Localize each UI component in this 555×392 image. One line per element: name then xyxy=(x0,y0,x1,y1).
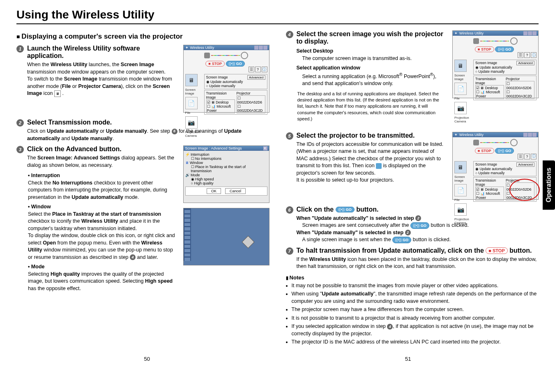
wireless-utility-window-figure: ✦Wireless Utility STOP GO ☰?ⓘ 🖥 xyxy=(183,45,269,113)
fig-go-button: GO xyxy=(226,61,245,67)
note-item: When using "Update automatically", the t… xyxy=(292,291,539,305)
notes-heading: Notes xyxy=(286,274,539,281)
fig-tab-file: 📄 xyxy=(185,97,198,109)
page-title: Using the Wireless Utility xyxy=(16,8,539,24)
step-7-title: To halt transmission from Update automat… xyxy=(297,247,539,254)
bullet-mode: Mode xyxy=(28,263,177,271)
step-5: 5 Select the projector to be transmitted… xyxy=(286,132,447,184)
fig-tab-screen-image: 🖥 xyxy=(185,74,198,86)
step-icon-1: 1 xyxy=(16,45,24,53)
bullet-interruption: Interruption xyxy=(28,172,177,180)
step-icon-3: 3 xyxy=(16,146,24,153)
step-icon-5: 5 xyxy=(286,132,293,140)
page-numbers: 50 51 xyxy=(16,356,539,362)
wireless-utility-window-figure-2: ✦Wireless Utility STOP GO ☰?ⓘ 🖥 xyxy=(452,30,539,98)
step-icon-6: 6 xyxy=(286,206,293,214)
step-icon-7: 7 xyxy=(286,247,293,255)
page-number-left: 50 xyxy=(16,356,278,362)
step-2-body: Click on Update automatically or Update … xyxy=(27,128,269,142)
step-icon-2: 2 xyxy=(16,119,24,127)
help-icon: ? xyxy=(255,67,261,72)
step-3-title: Click on the Advanced button. xyxy=(27,145,177,153)
advanced-settings-dialog-figure: Screen Image : Advanced Settings✕ ⚡ Inte… xyxy=(183,145,269,203)
screen-image-icon: 🖥 xyxy=(54,90,61,97)
step-ref-4b: 4 xyxy=(387,324,393,330)
step-ref-6: 6 xyxy=(172,129,177,134)
step-3: 3 Click on the Advanced button. The Scre… xyxy=(16,145,177,169)
note-item: It may not be possible to transmit the i… xyxy=(292,282,539,290)
stop-button-inline: STOP xyxy=(486,247,507,254)
notes-list: It may not be possible to transmit the i… xyxy=(286,282,539,346)
step-1: 1 Launch the Wireless Utility software a… xyxy=(16,45,177,97)
step-4: 4 Select the screen image you wish the p… xyxy=(286,30,447,88)
step-1-body: When the Wireless Utility launches, the … xyxy=(27,61,177,97)
step-ref-4a: 4 xyxy=(130,254,136,260)
step-2: 2 Select Transmission mode. Click on Upd… xyxy=(16,119,269,142)
projector-ready-icon xyxy=(376,163,382,169)
desktop-tasktray-figure xyxy=(183,208,269,265)
note-item: If you selected application window in st… xyxy=(292,323,539,337)
step-1-title: Launch the Wireless Utility software app… xyxy=(27,45,177,60)
select-desktop-heading: Select Desktop xyxy=(297,48,447,55)
step-7: 7 To halt transmission from Update autom… xyxy=(286,247,539,270)
step-icon-4: 4 xyxy=(286,31,293,38)
step-3-body: The Screen Image: Advanced Settings dial… xyxy=(27,154,177,169)
info-icon: ⓘ xyxy=(262,67,267,72)
wireless-utility-tray-icon xyxy=(242,235,254,248)
note-item: The projector screen may have a few diff… xyxy=(292,306,539,314)
step-4-small-text: The desktop and a list of running applic… xyxy=(286,91,447,122)
bullet-window: Window xyxy=(28,203,177,211)
left-page: Displaying a computer's screen via the p… xyxy=(16,30,269,348)
fig-cancel-button: Cancel xyxy=(225,188,246,194)
fig-window-title: Wireless Utility xyxy=(190,46,214,50)
step-5-body: The IDs of projectors accessible for com… xyxy=(297,141,447,184)
go-button-inline: GO xyxy=(336,207,355,212)
select-app-heading: Select application window xyxy=(297,65,447,72)
section-heading: Displaying a computer's screen via the p… xyxy=(16,32,269,41)
right-page: 4 Select the screen image you wish the p… xyxy=(286,30,539,348)
note-item: It is not possible to transmit to a proj… xyxy=(292,315,539,322)
two-page-spread: Displaying a computer's screen via the p… xyxy=(16,30,539,348)
side-tab-operations: Operations xyxy=(543,160,555,210)
page-number-right: 51 xyxy=(278,356,539,362)
step-4-title: Select the screen image you wish the pro… xyxy=(297,30,447,45)
step-7-body: If the Wireless Utility icon has been pl… xyxy=(297,256,539,270)
fig-advanced-button: Advanced xyxy=(247,75,265,80)
step-5-title: Select the projector to be transmitted. xyxy=(297,132,447,139)
fig-stop-button: STOP xyxy=(205,61,225,67)
wireless-utility-window-figure-3-circled: ✦Wireless Utility STOP GO ☰?ⓘ 🖥 xyxy=(452,132,539,200)
fig-ok-button: OK xyxy=(207,188,221,194)
step-2-title: Select Transmission mode. xyxy=(27,119,269,126)
note-item: The projector ID is the MAC address of t… xyxy=(292,339,539,346)
